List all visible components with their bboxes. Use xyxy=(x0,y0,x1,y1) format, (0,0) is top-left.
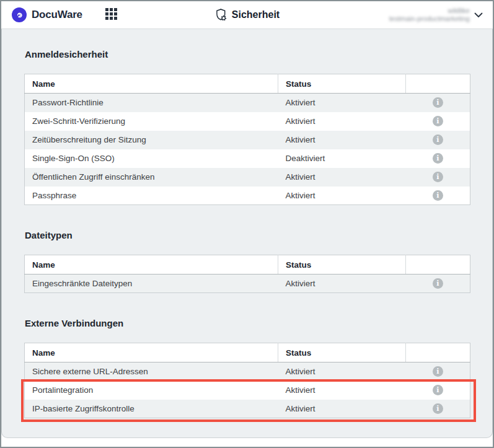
settings-table: NameStatusEingeschränkte DateitypenAktiv… xyxy=(24,255,470,293)
setting-name: Single-Sign-On (SSO) xyxy=(25,149,278,168)
page-title-label: Sicherheit xyxy=(232,9,280,20)
table-row[interactable]: PortalintegrationAktivierti xyxy=(25,381,470,400)
table-header-row: NameStatus xyxy=(25,255,470,275)
column-header-status: Status xyxy=(278,74,406,94)
info-cell: i xyxy=(406,149,470,168)
settings-table: NameStatusSichere externe URL-AdressenAk… xyxy=(24,343,470,418)
user-menu[interactable]: wildlike testmain-productmarketing xyxy=(389,7,483,23)
info-icon[interactable]: i xyxy=(433,403,443,414)
info-icon[interactable]: i xyxy=(433,190,443,201)
info-icon[interactable]: i xyxy=(433,385,443,395)
table-header-row: NameStatus xyxy=(25,343,470,362)
table-row[interactable]: Single-Sign-On (SSO)Deaktivierti xyxy=(25,149,470,168)
info-cell: i xyxy=(406,94,470,112)
setting-name: Öffentlichen Zugriff einschränken xyxy=(25,168,278,187)
page-title: Sicherheit xyxy=(214,8,280,22)
user-line-2: testmain-productmarketing xyxy=(389,15,470,23)
info-cell: i xyxy=(406,275,470,293)
settings-section: Externe VerbindungenNameStatusSichere ex… xyxy=(24,318,470,418)
table-row[interactable]: PassphraseAktivierti xyxy=(25,187,470,205)
info-cell: i xyxy=(406,187,470,205)
column-header-name: Name xyxy=(25,343,278,362)
sections: AnmeldesicherheitNameStatusPasswort-Rich… xyxy=(24,49,470,418)
settings-section: DateitypenNameStatusEingeschränkte Datei… xyxy=(24,230,470,293)
info-icon[interactable]: i xyxy=(433,116,443,126)
table-row[interactable]: Eingeschränkte DateitypenAktivierti xyxy=(25,275,470,293)
status-value: Aktiviert xyxy=(278,131,406,149)
setting-name: Eingeschränkte Dateitypen xyxy=(25,275,278,293)
table-row[interactable]: Zwei-Schritt-VerifizierungAktivierti xyxy=(25,112,470,131)
setting-name: Portalintegration xyxy=(25,381,278,400)
status-value: Aktiviert xyxy=(278,362,406,381)
section-heading: Externe Verbindungen xyxy=(25,318,470,328)
status-value: Aktiviert xyxy=(278,381,406,400)
content-card: AnmeldesicherheitNameStatusPasswort-Rich… xyxy=(1,29,493,438)
info-cell: i xyxy=(406,131,470,149)
table-row[interactable]: Öffentlichen Zugriff einschränkenAktivie… xyxy=(25,168,470,187)
status-value: Aktiviert xyxy=(278,275,406,293)
info-cell: i xyxy=(406,400,470,418)
column-header-status: Status xyxy=(278,343,406,362)
shield-gear-icon xyxy=(214,8,227,22)
info-icon[interactable]: i xyxy=(433,97,443,108)
setting-name: IP-basierte Zugriffskontrolle xyxy=(25,400,278,418)
info-cell: i xyxy=(406,362,470,381)
settings-section: AnmeldesicherheitNameStatusPasswort-Rich… xyxy=(24,49,470,205)
status-value: Deaktiviert xyxy=(278,149,406,168)
table-row[interactable]: Zeitüberschreitung der SitzungAktivierti xyxy=(25,131,470,149)
docuware-logo[interactable]: DocuWare xyxy=(12,7,82,22)
user-line-1: wildlike xyxy=(389,7,470,15)
column-header-info xyxy=(406,74,470,94)
user-name-redacted: wildlike testmain-productmarketing xyxy=(389,7,470,23)
column-header-name: Name xyxy=(25,255,278,275)
setting-name: Zwei-Schritt-Verifizierung xyxy=(25,112,278,131)
column-header-info xyxy=(406,255,470,275)
top-bar: DocuWare Sicherheit wildlike testmain-pr… xyxy=(1,1,493,29)
column-header-info xyxy=(406,343,470,362)
setting-name: Zeitüberschreitung der Sitzung xyxy=(25,131,278,149)
column-header-status: Status xyxy=(278,255,406,275)
setting-name: Sichere externe URL-Adressen xyxy=(25,362,278,381)
app-window: DocuWare Sicherheit wildlike testmain-pr… xyxy=(0,0,494,448)
app-grid-icon[interactable] xyxy=(105,8,119,22)
status-value: Aktiviert xyxy=(278,94,406,112)
table-row[interactable]: Passwort-RichtlinieAktivierti xyxy=(25,94,470,112)
table-row[interactable]: Sichere externe URL-AdressenAktivierti xyxy=(25,362,470,381)
status-value: Aktiviert xyxy=(278,112,406,131)
info-icon[interactable]: i xyxy=(433,134,443,145)
status-value: Aktiviert xyxy=(278,187,406,205)
table-header-row: NameStatus xyxy=(25,74,470,94)
status-value: Aktiviert xyxy=(278,400,406,418)
info-cell: i xyxy=(406,112,470,131)
info-cell: i xyxy=(406,381,470,400)
column-header-name: Name xyxy=(25,74,278,94)
docuware-logo-icon xyxy=(12,7,27,22)
section-heading: Dateitypen xyxy=(25,230,470,240)
settings-table: NameStatusPasswort-RichtlinieAktiviertiZ… xyxy=(24,74,470,205)
chevron-down-icon xyxy=(474,12,483,18)
table-row[interactable]: IP-basierte ZugriffskontrolleAktivierti xyxy=(25,400,470,418)
status-value: Aktiviert xyxy=(278,168,406,187)
section-heading: Anmeldesicherheit xyxy=(25,49,470,59)
info-icon[interactable]: i xyxy=(433,153,443,164)
info-cell: i xyxy=(406,168,470,187)
info-icon[interactable]: i xyxy=(433,278,443,289)
setting-name: Passphrase xyxy=(25,187,278,205)
info-icon[interactable]: i xyxy=(433,366,443,377)
setting-name: Passwort-Richtlinie xyxy=(25,94,278,112)
brand-wordmark: DocuWare xyxy=(32,9,82,21)
info-icon[interactable]: i xyxy=(433,172,443,182)
